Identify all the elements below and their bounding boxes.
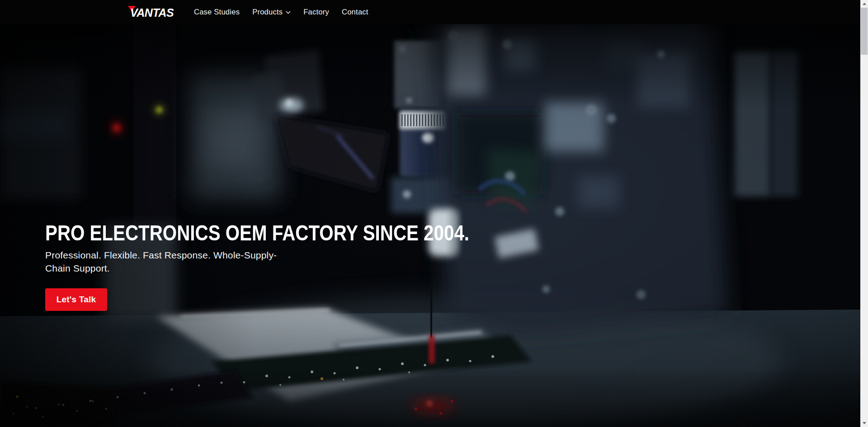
scrollbar-up-button[interactable] xyxy=(860,0,868,8)
nav-menu: Case Studies Products Factory Contact xyxy=(194,0,368,24)
scrollbar-thumb[interactable] xyxy=(861,8,868,55)
hero-title: PRO ELECTRONICS OEM FACTORY SINCE 2004. xyxy=(45,222,469,244)
brand-logo[interactable]: VANTAS xyxy=(128,5,175,20)
hero-background-photo xyxy=(0,0,860,427)
nav-item-products[interactable]: Products xyxy=(252,0,291,24)
nav-item-case-studies[interactable]: Case Studies xyxy=(194,0,240,24)
brand-logo-text: VANTAS xyxy=(130,6,174,19)
landing-page: VANTAS Case Studies Products Factory Con… xyxy=(0,0,868,427)
hero-subtitle-line-1: Professional. Flexible. Fast Response. W… xyxy=(45,249,550,262)
hero-section: PRO ELECTRONICS OEM FACTORY SINCE 2004. … xyxy=(45,222,550,311)
scroll-up-icon xyxy=(863,3,866,5)
hero-subtitle-line-2: Chain Support. xyxy=(45,262,550,275)
lets-talk-button[interactable]: Let's Talk xyxy=(45,288,107,311)
chevron-down-icon xyxy=(286,11,291,14)
scrollbar[interactable] xyxy=(860,0,868,427)
nav-item-label: Contact xyxy=(342,0,368,24)
hero-subtitle: Professional. Flexible. Fast Response. W… xyxy=(45,249,550,275)
scroll-down-icon xyxy=(863,422,866,424)
nav-item-factory[interactable]: Factory xyxy=(303,0,329,24)
brand-logo-graphic: VANTAS xyxy=(128,5,175,20)
nav-item-label: Case Studies xyxy=(194,0,240,24)
scrollbar-track[interactable] xyxy=(860,8,868,419)
nav-item-label: Products xyxy=(252,0,283,24)
nav-item-contact[interactable]: Contact xyxy=(342,0,368,24)
nav-item-label: Factory xyxy=(303,0,329,24)
top-navigation: VANTAS Case Studies Products Factory Con… xyxy=(0,0,860,24)
scrollbar-down-button[interactable] xyxy=(860,419,868,427)
